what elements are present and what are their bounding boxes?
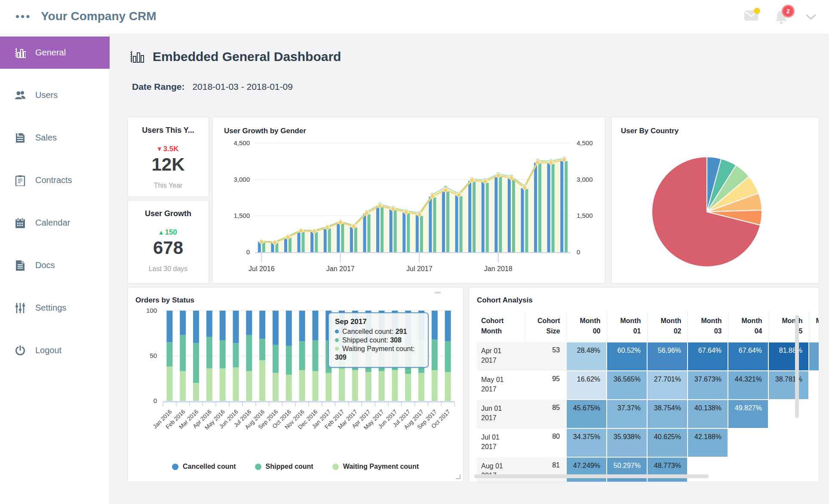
- sidebar-item-contracts[interactable]: Contracts: [0, 164, 110, 196]
- sidebar-item-label: Docs: [35, 260, 55, 270]
- cohort-value-cell: 60.52%: [607, 342, 647, 371]
- svg-text:3,000: 3,000: [577, 176, 593, 183]
- legend-dot: [332, 464, 339, 470]
- top-bar: ••• Your Company CRM 2: [0, 0, 829, 34]
- cohort-table: CohortMonthCohortSizeMonth00Month01Month…: [477, 312, 819, 482]
- cohort-month-cell: Jul 012017: [477, 428, 525, 457]
- logout-icon: [15, 345, 26, 356]
- svg-text:4,500: 4,500: [577, 139, 593, 147]
- tooltip-title: Sep 2017: [335, 318, 423, 326]
- chart-title: User By Country: [621, 127, 819, 135]
- notifications-button[interactable]: 2: [775, 10, 789, 24]
- mail-unread-dot: [754, 8, 760, 14]
- cohort-value-cell-partial: [809, 428, 819, 457]
- cohort-value-cell: 27.701%: [647, 371, 688, 400]
- stat-card-users-this-year: Users This Y... ▾ 3.5K 12K This Year: [127, 117, 209, 197]
- column-header: Month03: [688, 312, 728, 342]
- sidebar-item-general[interactable]: General: [0, 37, 110, 69]
- cohort-value-cell: 44.321%: [728, 371, 768, 400]
- cohort-value-cell: 67.64%: [728, 342, 768, 371]
- app-root: ••• Your Company CRM 2: [0, 0, 829, 504]
- table-row: Apr 0120175328.48%60.52%56.96%67.64%67.6…: [477, 342, 819, 371]
- vertical-scrollbar[interactable]: [795, 315, 799, 418]
- horizontal-scrollbar[interactable]: [474, 474, 709, 478]
- user-by-country-pie-chart[interactable]: [621, 135, 810, 281]
- menu-ellipsis-icon[interactable]: •••: [15, 15, 34, 20]
- sales-icon: $: [15, 132, 26, 144]
- cohort-value-cell: 40.625%: [647, 428, 688, 457]
- calendar-icon: [15, 217, 26, 229]
- svg-text:0: 0: [577, 248, 580, 256]
- cohort-value-cell: 37.673%: [688, 371, 728, 400]
- docs-icon: [15, 260, 26, 271]
- sidebar-item-calendar[interactable]: Calendar: [0, 207, 110, 239]
- cohort-value-cell: 36.565%: [607, 371, 647, 400]
- table-row: Jun 0120178545.675%37.37%38.754%40.138%4…: [477, 400, 819, 428]
- user-by-country-card: User By Country: [611, 117, 819, 284]
- cohort-value-cell: 40.138%: [688, 400, 728, 428]
- cohort-value-cell-partial: [809, 457, 819, 482]
- stat-title: Users This Y...: [128, 126, 209, 135]
- main-content: Embedded General Dashboard Date Range: 2…: [110, 34, 829, 504]
- card-drag-indicator[interactable]: [435, 292, 441, 293]
- cohort-value-cell-partial: 5: [809, 342, 819, 371]
- sidebar-item-label: Logout: [35, 345, 61, 355]
- svg-text:0: 0: [154, 397, 157, 404]
- tooltip-row: Cancelled count: 291: [335, 327, 423, 336]
- notification-badge: 2: [782, 5, 795, 18]
- cohort-size-cell: 85: [525, 400, 566, 428]
- svg-text:$: $: [17, 132, 19, 137]
- cohort-analysis-card: Cohort Analysis CohortMonthCohortSizeMon…: [469, 287, 819, 482]
- legend-dot: [255, 464, 261, 470]
- table-row: Aug 0120178147.249%50.297%48.773%: [477, 457, 819, 482]
- svg-text:Jan 2017: Jan 2017: [326, 265, 355, 272]
- cohort-value-cell: 38.781%: [768, 371, 809, 400]
- stat-delta-up: ▴ 150: [128, 228, 209, 237]
- mail-button[interactable]: [744, 10, 758, 24]
- cohort-value-cell: 28.48%: [566, 342, 607, 371]
- sidebar-item-logout[interactable]: Logout: [0, 334, 110, 367]
- legend-item-waiting-payment-count[interactable]: Waiting Payment count: [332, 463, 419, 470]
- user-growth-by-gender-chart[interactable]: 001,5001,5003,0003,0004,5004,500Jul 2016…: [224, 135, 602, 284]
- cohort-value-cell: 56.96%: [647, 342, 688, 371]
- chevron-down-icon[interactable]: [806, 14, 816, 20]
- stat-value: 12K: [128, 154, 209, 175]
- cohort-size-cell: 81: [525, 457, 566, 482]
- cohort-size-cell: 53: [525, 342, 566, 371]
- column-header: Month00: [566, 312, 607, 342]
- cohort-month-cell: Aug 012017: [477, 457, 525, 482]
- chart-title: Orders by Status: [135, 296, 463, 305]
- date-range-label: Date Range:: [132, 82, 185, 92]
- cohort-value-cell: 48.773%: [647, 457, 688, 482]
- table-row: Jul 0120178034.375%35.938%40.625%42.188%: [477, 428, 819, 457]
- column-header: CohortSize: [525, 312, 566, 342]
- chart-tooltip: Sep 2017 Cancelled count: 291Shipped cou…: [328, 312, 429, 368]
- chart-title: User Growth by Gender: [224, 127, 605, 135]
- column-header: Month05: [768, 312, 809, 342]
- stat-card-user-growth: User Growth ▴ 150 678 Last 30 days: [127, 200, 209, 284]
- legend-item-cancelled-count[interactable]: Cancelled count: [172, 463, 236, 470]
- cohort-size-cell: 95: [525, 371, 566, 400]
- bar-chart-icon: [15, 47, 26, 58]
- svg-text:3,000: 3,000: [233, 176, 250, 183]
- cohort-value-cell: 45.675%: [566, 400, 607, 428]
- stat-value: 678: [128, 238, 209, 258]
- cohort-value-cell: 34.375%: [566, 428, 607, 457]
- legend-item-shipped-count[interactable]: Shipped count: [255, 463, 313, 470]
- svg-text:0: 0: [246, 248, 250, 256]
- sidebar-item-docs[interactable]: Docs: [0, 249, 110, 281]
- sidebar-item-settings[interactable]: Settings: [0, 292, 110, 324]
- column-header: Month01: [607, 312, 647, 342]
- stat-delta-down: ▾ 3.5K: [128, 144, 209, 153]
- cohort-value-cell-partial: [809, 400, 819, 428]
- sidebar-item-users[interactable]: Users: [0, 79, 110, 111]
- cohort-month-cell: Jun 012017: [477, 400, 525, 428]
- svg-text:1,500: 1,500: [577, 212, 593, 219]
- sidebar-item-sales[interactable]: $Sales: [0, 122, 110, 154]
- sidebar-item-label: Calendar: [35, 218, 70, 228]
- users-icon: [15, 90, 26, 101]
- cohort-value-cell: [768, 428, 809, 457]
- svg-text:Jan 2018: Jan 2018: [484, 265, 513, 272]
- legend-dot: [172, 464, 178, 470]
- card-resize-handle[interactable]: [456, 474, 461, 479]
